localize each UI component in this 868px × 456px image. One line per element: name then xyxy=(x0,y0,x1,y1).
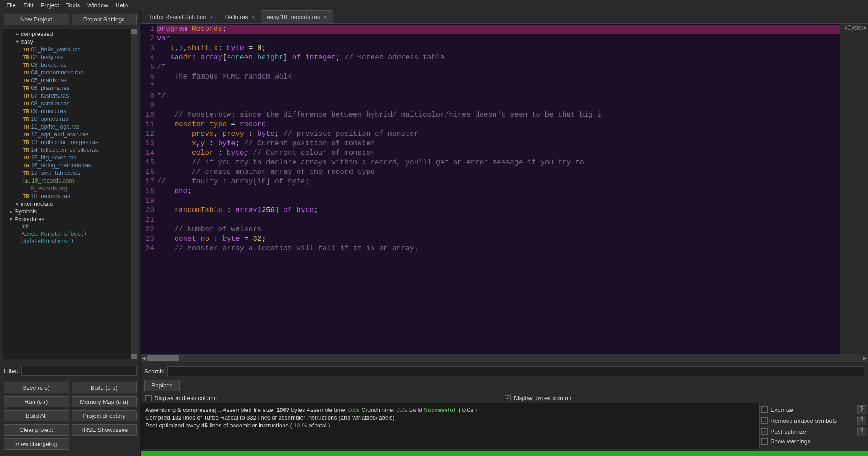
save-button[interactable]: Save (c-s) xyxy=(4,382,69,393)
tree-file[interactable]: TR08_scroller.ras xyxy=(3,99,137,107)
tree-procedure-item[interactable]: UpdateMonsters() xyxy=(3,238,137,245)
code-line[interactable]: 24 // Monster array allocation will fail… xyxy=(141,244,840,253)
tree-procedures[interactable]: Procedures xyxy=(3,215,137,223)
project-directory-button[interactable]: Project directory xyxy=(72,410,137,421)
horizontal-scrollbar[interactable]: ◀ ▶ xyxy=(141,354,868,362)
clear-project-button[interactable]: Clear project xyxy=(4,424,69,436)
build-option-checkbox[interactable]: Show warnings xyxy=(761,438,866,445)
help-button[interactable]: ? xyxy=(857,427,866,436)
tree-file[interactable]: 18_records.prg xyxy=(3,184,137,192)
close-icon[interactable]: × xyxy=(324,14,327,20)
build-option-checkbox[interactable]: Exomize? xyxy=(761,405,866,414)
code-line[interactable]: 17// faulty : array[10] of byte; xyxy=(141,177,840,187)
code-line[interactable]: 22 // Number of walkers xyxy=(141,225,840,234)
code-line[interactable]: 14 color : byte; // Current colour of mo… xyxy=(141,149,840,158)
build-button[interactable]: Build (c-b) xyxy=(72,382,137,393)
code-line[interactable]: 15 // if you try to declare arrays withi… xyxy=(141,158,840,168)
code-line[interactable]: 19 xyxy=(141,196,840,206)
filter-input[interactable] xyxy=(21,366,137,376)
replace-button[interactable]: Replace xyxy=(144,380,180,391)
tree-file[interactable]: TR05_matrix.ras xyxy=(3,76,137,84)
build-all-button[interactable]: Build All xyxy=(4,410,69,421)
code-line[interactable]: 20 randomTable : array[256] of byte; xyxy=(141,206,840,215)
search-input[interactable] xyxy=(167,366,864,376)
tree-file[interactable]: TR07_rasters.ras xyxy=(3,92,137,99)
code-line[interactable]: 1program Records; xyxy=(141,25,840,34)
tree-file[interactable]: TR10_sprites.ras xyxy=(3,115,137,123)
tree-symbols[interactable]: Symbols xyxy=(3,208,137,215)
scroll-left-icon[interactable]: ◀ xyxy=(141,354,147,362)
tree-scrollbar[interactable] xyxy=(131,29,137,359)
code-line[interactable]: 16 // create another array of the record… xyxy=(141,168,840,177)
tree-file[interactable]: TR13_multicolor_images.ras xyxy=(3,138,137,146)
tree-file[interactable]: TR04_randomness.ras xyxy=(3,69,137,76)
tree-folder[interactable]: easy xyxy=(3,38,137,45)
code-line[interactable]: 2var xyxy=(141,34,840,44)
tree-folder[interactable]: intermediate xyxy=(3,200,137,208)
code-line[interactable]: 11 monster_type = record xyxy=(141,120,840,129)
scrollbar-thumb[interactable] xyxy=(147,355,179,361)
menu-edit[interactable]: Edit xyxy=(20,1,36,9)
tree-file[interactable]: TR09_music.ras xyxy=(3,107,137,115)
tree-file[interactable]: TR03_boxes.ras xyxy=(3,61,137,69)
code-line[interactable]: 3 i,j,shift,k: byte = 0; xyxy=(141,44,840,53)
help-button[interactable]: ? xyxy=(857,416,866,425)
scrollbar-thumb[interactable] xyxy=(131,354,137,359)
close-icon[interactable]: × xyxy=(252,14,255,20)
code-line[interactable]: 5/* xyxy=(141,63,840,72)
build-option-checkbox[interactable]: ✓Remove unused symbols? xyxy=(761,416,866,425)
scroll-right-icon[interactable]: ▶ xyxy=(862,354,868,362)
project-tree[interactable]: compressedeasyTR01_hello_world.rasTR02_t… xyxy=(3,29,137,359)
tree-file[interactable]: TR06_plasma.ras xyxy=(3,84,137,92)
splitter-handle[interactable]: …… xyxy=(0,453,140,456)
code-line[interactable]: 10 // Monsterbtw: since the difference b… xyxy=(141,110,840,120)
display-address-checkbox[interactable]: Display address column xyxy=(145,395,505,401)
tree-file[interactable]: TR15_big_score.ras xyxy=(3,154,137,161)
tree-folder[interactable]: compressed xyxy=(3,30,137,38)
code-line[interactable]: 6 The famous MCMC random walk! xyxy=(141,72,840,82)
code-line[interactable]: 4 saddr: array[screen_height] of integer… xyxy=(141,53,840,63)
code-line[interactable]: 18 end; xyxy=(141,187,840,196)
tree-file[interactable]: TR12_sqrt_and_atan.ras xyxy=(3,130,137,138)
new-project-button[interactable]: New Project xyxy=(4,14,69,25)
menu-project[interactable]: Project xyxy=(38,1,61,9)
build-options: Exomize?✓Remove unused symbols?✓Post-opt… xyxy=(759,403,868,449)
view-changelog-button[interactable]: View changelog xyxy=(4,438,69,450)
tree-file[interactable]: lda18_records.asm xyxy=(3,177,137,184)
menu-window[interactable]: Window xyxy=(84,1,111,9)
code-line[interactable]: 23 const no : byte = 32; xyxy=(141,234,840,244)
tree-file[interactable]: TR02_texty.ras xyxy=(3,53,137,61)
tree-file[interactable]: TR11_sprite_logo.ras xyxy=(3,123,137,130)
code-line[interactable]: 7 xyxy=(141,82,840,91)
scroll-up-icon[interactable]: ▲ xyxy=(863,25,867,30)
code-line[interactable]: 9 xyxy=(141,101,840,110)
code-line[interactable]: 13 x,y : byte; // Current position of mo… xyxy=(141,139,840,149)
build-option-checkbox[interactable]: ✓Post-optimize? xyxy=(761,427,866,436)
tree-file[interactable]: TR16_string_methods.ras xyxy=(3,161,137,169)
tree-procedure-item[interactable]: RenderMonsters(byte) xyxy=(3,230,137,238)
project-settings-button[interactable]: Project Settings xyxy=(72,14,137,25)
run-button[interactable]: Run (c-r) xyxy=(4,396,69,407)
tree-file[interactable]: TR14_fullscreen_scroller.ras xyxy=(3,146,137,154)
editor-tab[interactable]: easy/18_records.ras× xyxy=(261,10,333,23)
scrollbar-thumb[interactable] xyxy=(131,29,137,34)
trse-showcases-button[interactable]: TRSE Showcases xyxy=(72,424,137,436)
editor-tab[interactable]: Hello.ras× xyxy=(219,10,260,23)
display-cycles-checkbox[interactable]: ✓ Display cycles column xyxy=(505,395,864,401)
tree-file[interactable]: TR18_records.ras xyxy=(3,192,137,200)
menu-help[interactable]: Help xyxy=(113,1,130,9)
memory-map-button[interactable]: Memory Map (c-u) xyxy=(72,396,137,407)
tree-file[interactable]: TR17_sine_tables.ras xyxy=(3,169,137,177)
code-line[interactable]: 12 prevx, prevy : byte; // previous posi… xyxy=(141,129,840,139)
code-line[interactable]: 8*/ xyxy=(141,91,840,101)
help-button[interactable]: ? xyxy=(857,405,866,414)
tree-procedure-item[interactable]: Init xyxy=(3,223,137,230)
code-line[interactable]: 21 xyxy=(141,215,840,225)
code-editor[interactable]: 1program Records;2var3 i,j,shift,k: byte… xyxy=(141,24,840,354)
line-content: // Monster array allocation will fail if… xyxy=(157,244,840,253)
close-icon[interactable]: × xyxy=(210,14,213,20)
menu-file[interactable]: File xyxy=(4,1,19,9)
editor-tab[interactable]: Turbo Rascal Solution× xyxy=(142,10,219,23)
tree-file[interactable]: TR01_hello_world.ras xyxy=(3,45,137,53)
menu-tools[interactable]: Tools xyxy=(64,1,83,9)
